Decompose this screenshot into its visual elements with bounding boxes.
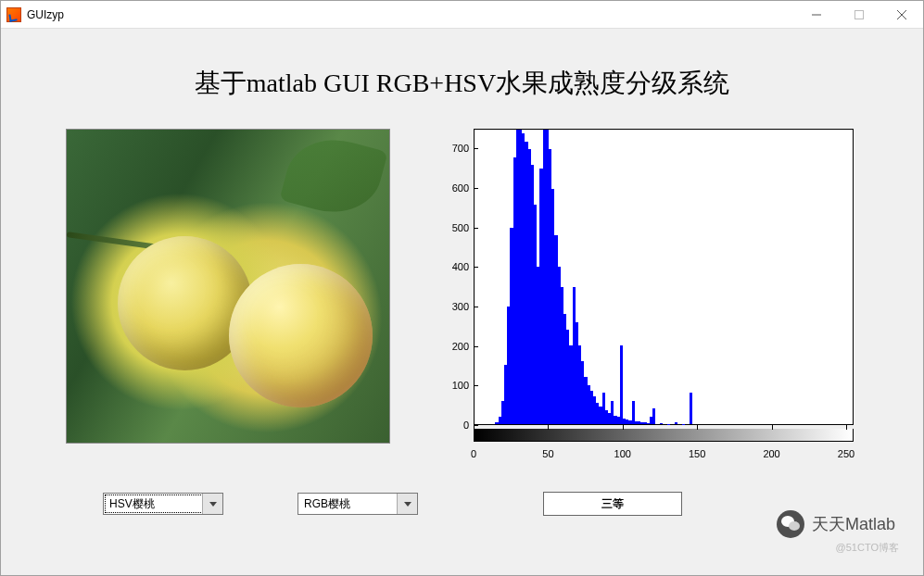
- controls-row: HSV樱桃 RGB樱桃 三等: [29, 481, 895, 516]
- rgb-combo[interactable]: RGB樱桃: [297, 493, 418, 515]
- y-tick: [474, 148, 478, 149]
- hist-bar: [690, 393, 692, 424]
- titlebar: GUIzyp: [1, 1, 923, 29]
- y-tick: [474, 228, 478, 229]
- main-row: 0100200300400500600700050100150200250: [29, 129, 895, 481]
- close-button[interactable]: [880, 1, 923, 29]
- svg-rect-1: [855, 10, 864, 19]
- image-axes: [66, 129, 390, 444]
- x-tick: [846, 425, 847, 430]
- hsv-combo-value: HSV樱桃: [109, 496, 155, 512]
- page-title: 基于matlab GUI RGB+HSV水果成熟度分级系统: [29, 66, 895, 101]
- x-tick: [474, 425, 475, 430]
- wechat-icon: [777, 510, 804, 538]
- x-tick: [772, 425, 773, 430]
- hist-bar: [652, 408, 655, 424]
- y-tick-label: 700: [432, 143, 469, 154]
- y-tick: [474, 346, 478, 347]
- x-tick-label: 250: [838, 448, 854, 459]
- rgb-combo-value: RGB樱桃: [304, 496, 350, 512]
- hist-bar: [620, 345, 623, 424]
- y-tick-label: 500: [432, 222, 469, 233]
- minimize-button[interactable]: [795, 1, 838, 29]
- x-tick-label: 50: [542, 448, 553, 459]
- hsv-combo[interactable]: HSV樱桃: [103, 493, 223, 515]
- window-title: GUIzyp: [27, 8, 64, 21]
- chart-plot-area: [474, 129, 854, 425]
- result-text: 三等: [601, 496, 624, 512]
- matlab-icon: [6, 7, 21, 22]
- content-area: 基于matlab GUI RGB+HSV水果成熟度分级系统 0100200300…: [1, 29, 923, 575]
- y-tick: [474, 188, 478, 189]
- x-tick: [697, 425, 698, 430]
- y-tick-label: 300: [432, 301, 469, 312]
- hist-bar: [660, 423, 663, 424]
- maximize-button[interactable]: [838, 1, 880, 29]
- y-tick-label: 600: [432, 182, 469, 194]
- y-tick: [474, 385, 478, 386]
- x-tick: [623, 425, 624, 430]
- watermark-sub: @51CTO博客: [836, 541, 899, 555]
- grayscale-colorbar: [474, 429, 854, 442]
- app-window: GUIzyp 基于matlab GUI RGB+HSV水果成熟度分级系统: [0, 0, 924, 576]
- chevron-down-icon: [397, 494, 417, 514]
- y-tick-label: 100: [432, 380, 469, 391]
- hist-bar: [675, 422, 677, 424]
- x-tick: [548, 425, 549, 430]
- watermark: 天天Matlab: [777, 510, 895, 538]
- y-tick-label: 0: [432, 419, 469, 431]
- watermark-text: 天天Matlab: [812, 513, 895, 535]
- y-tick: [474, 307, 478, 307]
- histogram-axes: 0100200300400500600700050100150200250: [427, 129, 858, 481]
- x-tick-label: 200: [763, 448, 779, 459]
- y-tick-label: 400: [432, 261, 469, 272]
- fruit-image: [67, 130, 389, 443]
- chevron-down-icon: [202, 494, 222, 514]
- x-tick-label: 0: [471, 448, 476, 459]
- y-tick: [474, 267, 478, 268]
- x-tick-label: 100: [614, 448, 631, 459]
- result-display: 三等: [543, 492, 682, 516]
- y-tick-label: 200: [432, 341, 469, 352]
- x-tick-label: 150: [689, 448, 705, 459]
